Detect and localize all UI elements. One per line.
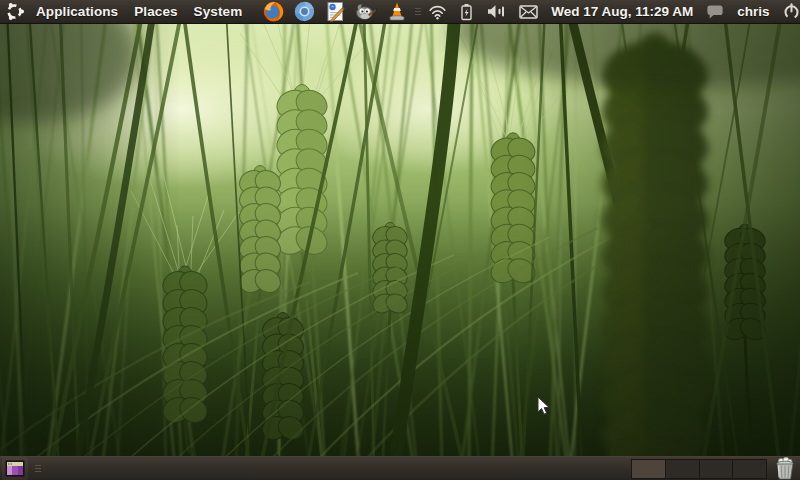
chat-bubble-icon[interactable] (706, 0, 724, 24)
window-list-grip-handle[interactable] (35, 465, 41, 472)
menu-applications[interactable]: Applications (28, 0, 126, 23)
gimp-icon[interactable] (355, 1, 377, 23)
window-list-area (2, 457, 48, 480)
main-menus: Applications Places System (28, 0, 250, 23)
ubuntu-logo-icon (5, 1, 24, 23)
desktop-surface[interactable] (0, 24, 800, 456)
menu-system[interactable]: System (186, 0, 251, 23)
menu-places[interactable]: Places (126, 0, 185, 23)
battery-charging-icon[interactable] (460, 0, 473, 24)
show-desktop-button[interactable] (2, 457, 28, 480)
wallpaper-wheat-field (0, 24, 800, 456)
workspace-cell-2[interactable] (666, 460, 699, 478)
panel-clock[interactable]: Wed 17 Aug, 11:29 AM (551, 4, 693, 19)
workspace-cell-3[interactable] (700, 460, 733, 478)
workspace-switcher (631, 459, 767, 479)
bottom-right-applets (631, 457, 800, 480)
vlc-icon[interactable] (386, 1, 408, 23)
mail-envelope-icon[interactable] (519, 0, 538, 24)
power-icon[interactable] (783, 0, 800, 24)
workspace-cell-1[interactable] (632, 460, 665, 478)
trash-full-icon[interactable] (773, 457, 797, 480)
openoffice-writer-icon[interactable] (324, 1, 346, 23)
firefox-icon[interactable] (262, 1, 284, 23)
desktop-screen: Applications Places System (0, 0, 800, 480)
panel-grip-handle[interactable] (415, 8, 421, 15)
top-panel: Applications Places System (0, 0, 800, 24)
wifi-icon[interactable] (428, 0, 447, 24)
bottom-panel (0, 456, 800, 480)
workspace-cell-4[interactable] (733, 460, 766, 478)
panel-launchers (262, 1, 408, 23)
session-username[interactable]: chris (737, 4, 769, 19)
indicator-area: Wed 17 Aug, 11:29 AM chris (428, 0, 800, 24)
volume-icon[interactable] (486, 0, 506, 24)
chromium-icon[interactable] (293, 1, 315, 23)
